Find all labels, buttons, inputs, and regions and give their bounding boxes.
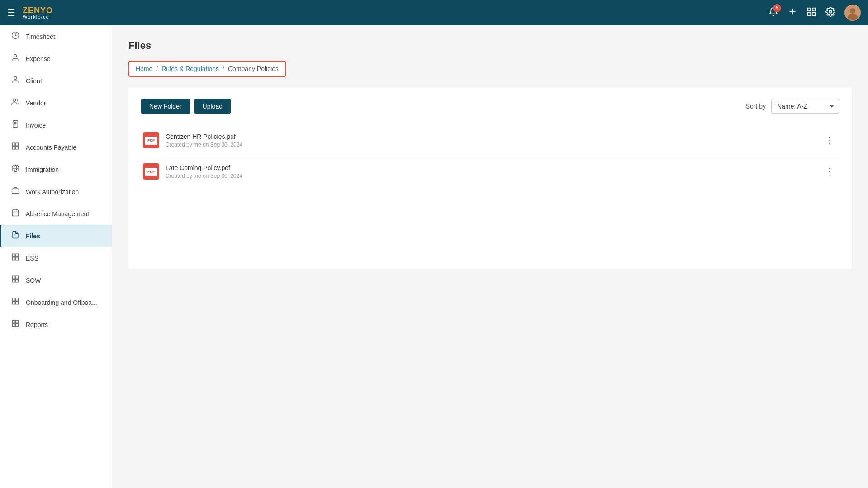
svg-point-8 (850, 8, 855, 14)
pdf-label-2: PDF (147, 170, 155, 174)
immigration-icon (10, 164, 20, 175)
sidebar-item-absence-management[interactable]: Absence Management (0, 203, 112, 225)
clock-icon (10, 31, 20, 42)
sidebar-item-vendor[interactable]: Vendor (0, 92, 112, 114)
sidebar-label-onboarding: Onboarding and Offboa... (26, 299, 97, 306)
add-icon[interactable] (787, 7, 797, 19)
sidebar-label-vendor: Vendor (26, 99, 46, 107)
work-auth-icon (10, 186, 20, 197)
pdf-icon-1: PDF (143, 132, 159, 148)
sidebar-item-work-authorization[interactable]: Work Authorization (0, 180, 112, 203)
sidebar-label-files: Files (26, 232, 40, 240)
sidebar: Timesheet Expense Client (0, 25, 112, 488)
sidebar-item-expense[interactable]: Expense (0, 47, 112, 70)
svg-point-9 (848, 14, 858, 20)
logo: ZENYO Workforce (23, 6, 53, 19)
sort-by-label: Sort by (746, 103, 766, 110)
client-icon (10, 76, 20, 86)
svg-rect-24 (12, 189, 19, 194)
table-row: PDF Late Coming Policy.pdf Created by me… (141, 156, 839, 187)
settings-icon[interactable] (825, 7, 835, 19)
sidebar-label-client: Client (26, 77, 42, 85)
file-info-2: Late Coming Policy.pdf Created by me on … (166, 164, 242, 179)
svg-rect-31 (12, 257, 15, 260)
notifications-icon[interactable]: 5 (768, 7, 778, 19)
ess-icon (10, 253, 20, 263)
svg-rect-36 (16, 280, 19, 282)
avatar[interactable] (844, 5, 861, 21)
sidebar-item-ess[interactable]: ESS (0, 247, 112, 269)
reports-icon (10, 319, 20, 330)
sidebar-item-invoice[interactable]: Invoice (0, 114, 112, 136)
table-row: PDF Centizen HR Policies.pdf Created by … (141, 125, 839, 156)
svg-rect-35 (12, 280, 15, 282)
vendor-icon (10, 98, 20, 108)
file-list: PDF Centizen HR Policies.pdf Created by … (141, 125, 839, 187)
svg-rect-29 (12, 254, 15, 256)
svg-rect-2 (808, 8, 811, 10)
logo-top: ZENYO (23, 6, 53, 14)
sidebar-label-timesheet: Timesheet (26, 33, 55, 40)
svg-rect-39 (12, 302, 15, 304)
svg-rect-30 (16, 254, 19, 256)
svg-rect-42 (16, 320, 19, 323)
sidebar-label-invoice: Invoice (26, 122, 46, 129)
files-icon (10, 231, 20, 241)
sidebar-item-client[interactable]: Client (0, 70, 112, 92)
sidebar-item-onboarding[interactable]: Onboarding and Offboa... (0, 291, 112, 313)
sidebar-item-sow[interactable]: SOW (0, 269, 112, 291)
notification-badge: 5 (773, 4, 781, 12)
sidebar-label-absence-management: Absence Management (26, 210, 89, 218)
file-area: New Folder Upload Sort by Name: A-Z Name… (128, 88, 852, 269)
expense-icon (10, 53, 20, 64)
sidebar-item-timesheet[interactable]: Timesheet (0, 25, 112, 47)
breadcrumb-current: Company Policies (228, 65, 279, 72)
sidebar-item-files[interactable]: Files (0, 225, 112, 247)
svg-rect-3 (812, 8, 815, 10)
svg-rect-19 (16, 143, 19, 146)
new-folder-button[interactable]: New Folder (141, 99, 190, 114)
sidebar-item-immigration[interactable]: Immigration (0, 158, 112, 180)
file-meta-2: Created by me on Sep 30, 2024 (166, 173, 242, 179)
svg-point-13 (13, 99, 16, 101)
svg-rect-43 (12, 324, 15, 327)
svg-rect-41 (12, 320, 15, 323)
hamburger-icon[interactable]: ☰ (7, 7, 15, 18)
svg-rect-20 (12, 147, 15, 149)
svg-rect-4 (808, 12, 811, 15)
sidebar-label-sow: SOW (26, 277, 41, 284)
breadcrumb: Home / Rules & Regulations / Company Pol… (128, 61, 286, 77)
svg-rect-21 (16, 147, 19, 149)
svg-rect-44 (16, 324, 19, 327)
sidebar-label-work-authorization: Work Authorization (26, 188, 79, 195)
file-more-button-2[interactable]: ⋮ (821, 165, 837, 178)
sidebar-label-immigration: Immigration (26, 166, 59, 173)
svg-rect-34 (16, 276, 19, 279)
sidebar-item-accounts-payable[interactable]: Accounts Payable (0, 136, 112, 158)
svg-rect-32 (16, 257, 19, 260)
svg-rect-38 (16, 298, 19, 301)
pdf-label-1: PDF (147, 138, 155, 142)
breadcrumb-sep-1: / (156, 65, 158, 72)
svg-point-12 (14, 76, 17, 79)
svg-rect-25 (12, 210, 19, 216)
file-toolbar: New Folder Upload Sort by Name: A-Z Name… (141, 99, 839, 114)
onboarding-icon (10, 297, 20, 308)
svg-point-6 (829, 10, 832, 13)
breadcrumb-sep-2: / (223, 65, 224, 72)
sidebar-label-reports: Reports (26, 321, 48, 328)
sidebar-item-reports[interactable]: Reports (0, 313, 112, 336)
sow-icon (10, 275, 20, 285)
breadcrumb-rules[interactable]: Rules & Regulations (161, 65, 219, 72)
main-content: Files Home / Rules & Regulations / Compa… (112, 25, 868, 488)
file-more-button-1[interactable]: ⋮ (821, 134, 837, 147)
page-title: Files (128, 40, 852, 52)
breadcrumb-home[interactable]: Home (136, 65, 152, 72)
sort-select[interactable]: Name: A-Z Name: Z-A Date: Oldest Date: N… (771, 99, 839, 114)
svg-rect-18 (12, 143, 15, 146)
accounts-payable-icon (10, 142, 20, 152)
upload-button[interactable]: Upload (194, 99, 231, 114)
file-meta-1: Created by me on Sep 30, 2024 (166, 142, 242, 148)
grid-icon[interactable] (806, 7, 816, 19)
file-name-2: Late Coming Policy.pdf (166, 164, 242, 171)
